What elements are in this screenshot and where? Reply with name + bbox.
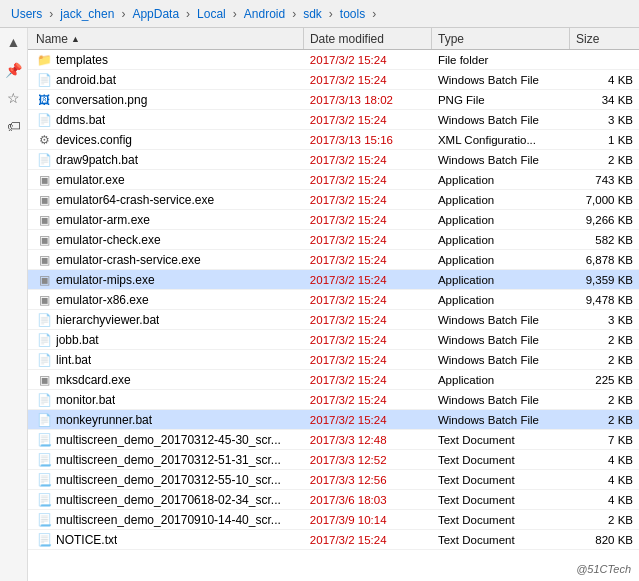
- cell-date: 2017/3/13 15:16: [304, 134, 432, 146]
- cell-date: 2017/3/2 15:24: [304, 174, 432, 186]
- table-row[interactable]: ▣ mksdcard.exe 2017/3/2 15:24 Applicatio…: [28, 370, 639, 390]
- col-header-date[interactable]: Date modified: [304, 28, 432, 49]
- cell-size: 2 KB: [570, 394, 639, 406]
- cell-type: Windows Batch File: [432, 354, 570, 366]
- bat-icon: 📄: [36, 352, 52, 368]
- exe-icon: ▣: [36, 272, 52, 288]
- table-row[interactable]: 📄 jobb.bat 2017/3/2 15:24 Windows Batch …: [28, 330, 639, 350]
- exe-icon: ▣: [36, 232, 52, 248]
- cell-filename: ⚙ devices.config: [28, 132, 304, 148]
- breadcrumb-sep-3: ›: [184, 7, 192, 21]
- sidebar-pin-icon[interactable]: 📌: [4, 60, 24, 80]
- cell-date: 2017/3/3 12:52: [304, 454, 432, 466]
- filename-text: NOTICE.txt: [56, 533, 117, 547]
- table-row[interactable]: 📄 lint.bat 2017/3/2 15:24 Windows Batch …: [28, 350, 639, 370]
- table-row[interactable]: ▣ emulator-crash-service.exe 2017/3/2 15…: [28, 250, 639, 270]
- cell-filename: ▣ emulator-arm.exe: [28, 212, 304, 228]
- table-row[interactable]: 📄 android.bat 2017/3/2 15:24 Windows Bat…: [28, 70, 639, 90]
- cell-size: 6,878 KB: [570, 254, 639, 266]
- breadcrumb-item-sdk[interactable]: sdk: [300, 6, 325, 22]
- table-row[interactable]: 📁 templates 2017/3/2 15:24 File folder: [28, 50, 639, 70]
- cell-date: 2017/3/2 15:24: [304, 214, 432, 226]
- png-icon: 🖼: [36, 92, 52, 108]
- cell-filename: 📃 multiscreen_demo_20170312-51-31_scr...: [28, 452, 304, 468]
- cell-type: Application: [432, 294, 570, 306]
- breadcrumb-item-jack-chen[interactable]: jack_chen: [57, 6, 117, 22]
- cell-filename: 📃 multiscreen_demo_20170910-14-40_scr...: [28, 512, 304, 528]
- filename-text: hierarchyviewer.bat: [56, 313, 159, 327]
- table-row[interactable]: 📃 multiscreen_demo_20170618-02-34_scr...…: [28, 490, 639, 510]
- table-row[interactable]: 🖼 conversation.png 2017/3/13 18:02 PNG F…: [28, 90, 639, 110]
- cell-size: 2 KB: [570, 154, 639, 166]
- cell-size: 743 KB: [570, 174, 639, 186]
- filename-text: multiscreen_demo_20170312-55-10_scr...: [56, 473, 281, 487]
- table-row[interactable]: ▣ emulator64-crash-service.exe 2017/3/2 …: [28, 190, 639, 210]
- cell-date: 2017/3/2 15:24: [304, 154, 432, 166]
- table-row[interactable]: 📄 hierarchyviewer.bat 2017/3/2 15:24 Win…: [28, 310, 639, 330]
- breadcrumb-item-appdata[interactable]: AppData: [129, 6, 182, 22]
- filename-text: jobb.bat: [56, 333, 99, 347]
- cell-date: 2017/3/2 15:24: [304, 294, 432, 306]
- cell-filename: ▣ mksdcard.exe: [28, 372, 304, 388]
- table-row[interactable]: 📃 multiscreen_demo_20170312-55-10_scr...…: [28, 470, 639, 490]
- col-header-name[interactable]: Name ▲: [28, 28, 304, 49]
- filename-text: emulator.exe: [56, 173, 125, 187]
- cell-size: 9,478 KB: [570, 294, 639, 306]
- exe-icon: ▣: [36, 212, 52, 228]
- filename-text: ddms.bat: [56, 113, 105, 127]
- table-row[interactable]: 📄 draw9patch.bat 2017/3/2 15:24 Windows …: [28, 150, 639, 170]
- sidebar-tag-icon[interactable]: 🏷: [4, 116, 24, 136]
- cell-filename: ▣ emulator-crash-service.exe: [28, 252, 304, 268]
- column-headers: Name ▲ Date modified Type Size: [28, 28, 639, 50]
- table-row[interactable]: 📃 multiscreen_demo_20170312-45-30_scr...…: [28, 430, 639, 450]
- cell-size: 820 KB: [570, 534, 639, 546]
- breadcrumb-item-android[interactable]: Android: [241, 6, 288, 22]
- table-row[interactable]: 📄 ddms.bat 2017/3/2 15:24 Windows Batch …: [28, 110, 639, 130]
- cell-size: 4 KB: [570, 474, 639, 486]
- cell-filename: 📄 monitor.bat: [28, 392, 304, 408]
- breadcrumb-item-tools[interactable]: tools: [337, 6, 368, 22]
- table-row[interactable]: 📃 multiscreen_demo_20170312-51-31_scr...…: [28, 450, 639, 470]
- cell-type: PNG File: [432, 94, 570, 106]
- cell-date: 2017/3/2 15:24: [304, 114, 432, 126]
- cell-date: 2017/3/2 15:24: [304, 54, 432, 66]
- cell-date: 2017/3/2 15:24: [304, 314, 432, 326]
- cell-filename: 📄 monkeyrunner.bat: [28, 412, 304, 428]
- filename-text: multiscreen_demo_20170312-51-31_scr...: [56, 453, 281, 467]
- table-row[interactable]: 📃 NOTICE.txt 2017/3/2 15:24 Text Documen…: [28, 530, 639, 550]
- sidebar-up-icon[interactable]: ▲: [4, 32, 24, 52]
- cell-date: 2017/3/2 15:24: [304, 374, 432, 386]
- cell-type: Application: [432, 234, 570, 246]
- bat-icon: 📄: [36, 392, 52, 408]
- cell-size: 9,359 KB: [570, 274, 639, 286]
- cell-size: 34 KB: [570, 94, 639, 106]
- breadcrumb-sep-1: ›: [47, 7, 55, 21]
- cell-filename: 📁 templates: [28, 52, 304, 68]
- cell-date: 2017/3/3 12:48: [304, 434, 432, 446]
- cell-date: 2017/3/13 18:02: [304, 94, 432, 106]
- cell-type: Text Document: [432, 454, 570, 466]
- table-row[interactable]: ▣ emulator-check.exe 2017/3/2 15:24 Appl…: [28, 230, 639, 250]
- cell-filename: ▣ emulator64-crash-service.exe: [28, 192, 304, 208]
- breadcrumb-item-local[interactable]: Local: [194, 6, 229, 22]
- breadcrumb-item-users[interactable]: Users: [8, 6, 45, 22]
- cell-date: 2017/3/2 15:24: [304, 394, 432, 406]
- bat-icon: 📄: [36, 312, 52, 328]
- table-row[interactable]: 📄 monitor.bat 2017/3/2 15:24 Windows Bat…: [28, 390, 639, 410]
- cell-date: 2017/3/2 15:24: [304, 354, 432, 366]
- sidebar-star-icon[interactable]: ☆: [4, 88, 24, 108]
- cell-filename: 📃 multiscreen_demo_20170312-45-30_scr...: [28, 432, 304, 448]
- table-row[interactable]: 📃 multiscreen_demo_20170910-14-40_scr...…: [28, 510, 639, 530]
- cell-type: Windows Batch File: [432, 74, 570, 86]
- col-header-size[interactable]: Size: [570, 28, 639, 49]
- col-header-type[interactable]: Type: [432, 28, 570, 49]
- table-row[interactable]: ▣ emulator-x86.exe 2017/3/2 15:24 Applic…: [28, 290, 639, 310]
- cell-date: 2017/3/2 15:24: [304, 74, 432, 86]
- table-row[interactable]: 📄 monkeyrunner.bat 2017/3/2 15:24 Window…: [28, 410, 639, 430]
- table-row[interactable]: ⚙ devices.config 2017/3/13 15:16 XML Con…: [28, 130, 639, 150]
- table-row[interactable]: ▣ emulator-arm.exe 2017/3/2 15:24 Applic…: [28, 210, 639, 230]
- filename-text: monitor.bat: [56, 393, 115, 407]
- table-row[interactable]: ▣ emulator-mips.exe 2017/3/2 15:24 Appli…: [28, 270, 639, 290]
- cell-size: 582 KB: [570, 234, 639, 246]
- table-row[interactable]: ▣ emulator.exe 2017/3/2 15:24 Applicatio…: [28, 170, 639, 190]
